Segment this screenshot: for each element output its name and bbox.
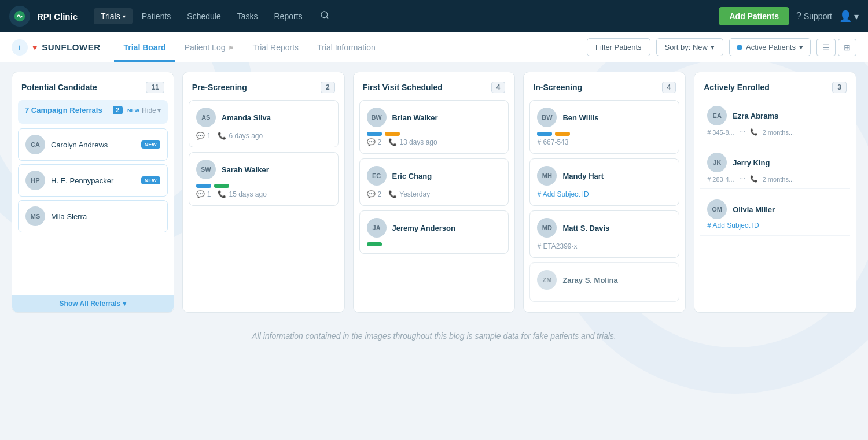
- tab-patient-log[interactable]: Patient Log ⚑: [175, 32, 244, 62]
- list-view-button[interactable]: ☰: [816, 39, 836, 56]
- column-count: 4: [662, 82, 676, 93]
- enrolled-meta: # 283-4... ⋯ 📞 2 months...: [707, 175, 843, 183]
- patient-card[interactable]: EC Eric Chang 💬 2 📞 Yesterday: [359, 158, 509, 206]
- patient-card[interactable]: MD Matt S. Davis # ETA2399-x: [529, 210, 679, 258]
- show-all-referrals-button[interactable]: Show All Referrals ▾: [12, 295, 174, 312]
- column-header: First Visit Scheduled 4: [354, 72, 515, 100]
- add-subject-id-link[interactable]: # Add Subject ID: [707, 221, 843, 230]
- phone-icon: 📞: [218, 132, 226, 140]
- chevron-down-icon: ▾: [123, 13, 126, 20]
- avatar: CA: [25, 135, 45, 154]
- column-actively-enrolled: Actively Enrolled 3 EA Ezra Abrams # 345…: [694, 72, 856, 313]
- patient-card[interactable]: AS Amanda Silva 💬 1 📞 6 days ago: [189, 100, 339, 147]
- avatar: ZM: [537, 270, 557, 290]
- patient-card[interactable]: BW Ben Willis # 667-543: [529, 100, 679, 154]
- patient-name: Mandy Hart: [562, 172, 604, 180]
- time-ago: 📞 15 days ago: [218, 190, 266, 198]
- phone-icon: 📞: [750, 175, 758, 183]
- subject-id-text: # 283-4...: [707, 176, 734, 183]
- patient-name: H. E. Pennypacker: [51, 176, 113, 185]
- patient-card[interactable]: MH Mandy Hart # Add Subject ID: [529, 158, 679, 206]
- column-title: Pre-Screening: [192, 83, 247, 92]
- patient-name: Carolyn Andrews: [51, 140, 108, 149]
- card-header: JK Jerry King: [707, 153, 843, 172]
- phone-icon: 📞: [750, 128, 758, 136]
- column-header: Potential Candidate 11: [12, 72, 174, 100]
- active-patients-button[interactable]: Active Patients ▾: [729, 38, 811, 56]
- time-ago: 📞 13 days ago: [388, 138, 437, 146]
- message-count: 💬 2: [367, 190, 382, 198]
- sort-button[interactable]: Sort by: New ▾: [656, 38, 723, 56]
- top-navigation: RPI Clinic Trials ▾ Patients Schedule Ta…: [0, 0, 868, 32]
- card-header: MH Mandy Hart: [537, 166, 672, 186]
- tab-trial-information[interactable]: Trial Information: [308, 32, 385, 62]
- enrolled-card[interactable]: JK Jerry King # 283-4... ⋯ 📞 2 months...: [700, 147, 850, 189]
- card-header: AS Amanda Silva: [196, 108, 331, 127]
- card-tags: [367, 242, 502, 246]
- tag-green: [367, 242, 382, 246]
- support-button[interactable]: ? Support: [796, 11, 832, 21]
- grid-view-button[interactable]: ⊞: [838, 39, 856, 56]
- campaign-header: 7 Campaign Referrals 2 NEW Hide ▾: [25, 106, 161, 114]
- message-count: 💬 2: [367, 138, 382, 146]
- add-subject-id-link[interactable]: # Add Subject ID: [537, 190, 672, 198]
- column-body: BW Brian Walker 💬 2 📞: [354, 100, 515, 312]
- nav-schedule[interactable]: Schedule: [180, 8, 227, 24]
- column-body: BW Ben Willis # 667-543 MH Mandy Hart: [524, 100, 685, 312]
- card-tags: [196, 184, 331, 188]
- message-icon: 💬: [196, 132, 205, 140]
- card-meta: 💬 1 📞 6 days ago: [196, 132, 331, 140]
- sub-navigation: i ♥ SUNFLOWER Trial Board Patient Log ⚑ …: [0, 32, 868, 62]
- patient-card[interactable]: BW Brian Walker 💬 2 📞: [359, 100, 509, 154]
- patient-card[interactable]: ZM Zaray S. Molina: [529, 262, 679, 302]
- filter-patients-button[interactable]: Filter Patients: [587, 38, 650, 56]
- trial-logo-icon: i: [12, 39, 28, 56]
- nav-patients[interactable]: Patients: [135, 8, 178, 24]
- new-label: NEW: [127, 108, 139, 113]
- column-header: In-Screening 4: [524, 72, 685, 100]
- card-header: EC Eric Chang: [367, 166, 502, 186]
- patient-name: Jerry King: [733, 158, 770, 167]
- tab-trial-board[interactable]: Trial Board: [114, 32, 175, 62]
- hide-button[interactable]: Hide ▾: [142, 106, 161, 114]
- add-patients-button[interactable]: Add Patients: [719, 7, 789, 25]
- candidate-list: CA Carolyn Andrews NEW HP H. E. Pennypac…: [18, 128, 168, 232]
- chevron-down-icon: ▾: [123, 300, 126, 308]
- column-in-screening: In-Screening 4 BW Ben Willis # 667-543: [523, 72, 686, 313]
- user-menu[interactable]: 👤 ▾: [839, 10, 859, 23]
- avatar: EA: [707, 106, 727, 125]
- list-item[interactable]: CA Carolyn Andrews NEW: [18, 128, 168, 161]
- message-icon: 💬: [196, 190, 205, 198]
- tab-trial-reports[interactable]: Trial Reports: [243, 32, 308, 62]
- trial-logo: i ♥ SUNFLOWER: [12, 39, 100, 56]
- kanban-board-container: Potential Candidate 11 7 Campaign Referr…: [0, 62, 868, 322]
- card-header: JA Jeremy Anderson: [367, 218, 502, 238]
- nav-tasks[interactable]: Tasks: [230, 8, 265, 24]
- time-ago: 📞 6 days ago: [218, 132, 263, 140]
- tag-green: [214, 184, 229, 188]
- search-icon[interactable]: [317, 7, 333, 25]
- heart-icon: ♥: [32, 43, 37, 52]
- avatar: BW: [367, 108, 387, 127]
- list-item[interactable]: HP H. E. Pennypacker NEW: [18, 164, 168, 197]
- card-header: BW Brian Walker: [367, 108, 502, 127]
- nav-trials[interactable]: Trials ▾: [94, 8, 133, 24]
- brand-name: RPI Clinic: [37, 12, 78, 21]
- patient-card[interactable]: SW Sarah Walker 💬 1 📞: [189, 152, 339, 206]
- tag-blue: [196, 184, 211, 188]
- campaign-title: 7 Campaign Referrals: [25, 106, 102, 114]
- phone-icon: 📞: [388, 190, 397, 198]
- nav-reports[interactable]: Reports: [267, 8, 310, 24]
- enrolled-card[interactable]: EA Ezra Abrams # 345-8... ⋯ 📞 2 months..…: [700, 100, 850, 142]
- avatar: HP: [25, 171, 45, 190]
- list-item[interactable]: MS Mila Sierra: [18, 200, 168, 232]
- card-header: MD Matt S. Davis: [537, 218, 672, 238]
- patient-name: Brian Walker: [392, 113, 438, 122]
- patient-name: Ezra Abrams: [733, 112, 778, 120]
- campaign-controls: 2 NEW Hide ▾: [113, 106, 161, 114]
- patient-name: Zaray S. Molina: [562, 276, 617, 284]
- phone-icon: 📞: [218, 190, 226, 198]
- patient-card[interactable]: JA Jeremy Anderson: [359, 210, 509, 254]
- time-text: 2 months...: [763, 129, 794, 136]
- enrolled-card[interactable]: OM Olivia Miller # Add Subject ID: [700, 194, 850, 236]
